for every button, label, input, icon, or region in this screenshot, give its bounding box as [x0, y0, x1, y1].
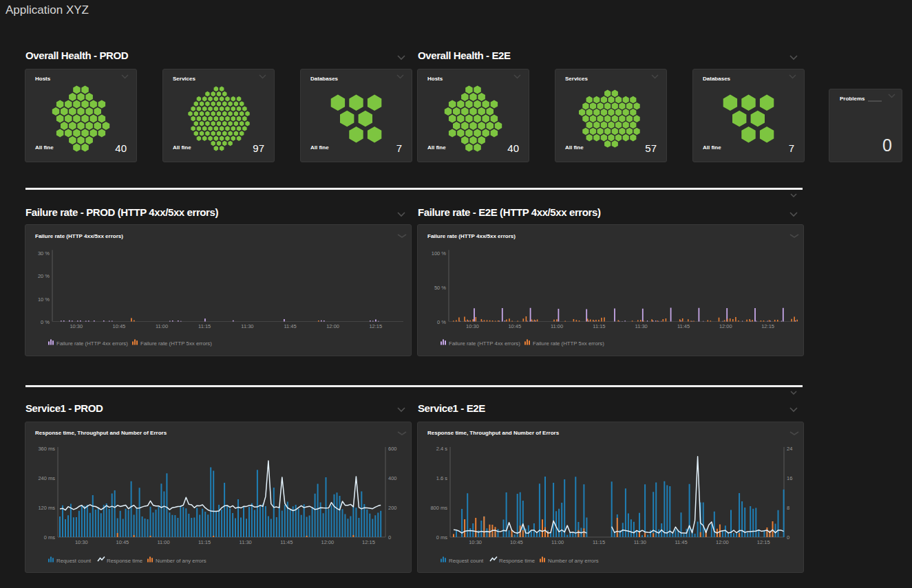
svg-text:12:00: 12:00: [326, 323, 339, 329]
svg-text:11:15: 11:15: [593, 323, 605, 329]
svg-text:Failure rate (HTTP 4xx/5xx err: Failure rate (HTTP 4xx/5xx errors): [427, 233, 516, 239]
svg-text:10:45: 10:45: [113, 323, 126, 329]
svg-text:11:15: 11:15: [593, 539, 605, 545]
svg-text:11:00: 11:00: [157, 539, 169, 545]
svg-text:Response time: Response time: [107, 558, 142, 564]
svg-text:30 %: 30 %: [38, 250, 50, 257]
svg-text:11:45: 11:45: [284, 323, 296, 329]
svg-text:Response time, Throughput and: Response time, Throughput and Number of …: [35, 430, 167, 436]
svg-text:Failure rate (HTTP 4xx errors): Failure rate (HTTP 4xx errors): [449, 340, 520, 347]
svg-text:10:30: 10:30: [75, 539, 88, 545]
svg-text:400: 400: [388, 475, 397, 481]
svg-text:12:15: 12:15: [369, 323, 382, 329]
svg-text:11:30: 11:30: [241, 323, 253, 329]
svg-text:16: 16: [787, 475, 792, 481]
svg-text:11:15: 11:15: [198, 323, 211, 329]
svg-text:600: 600: [388, 446, 397, 452]
svg-text:20 %: 20 %: [38, 273, 50, 279]
svg-text:Request count: Request count: [56, 558, 92, 564]
svg-text:10:30: 10:30: [469, 539, 482, 545]
svg-text:0 %: 0 %: [437, 319, 446, 325]
svg-text:10:45: 10:45: [508, 323, 521, 329]
svg-text:Failure rate (HTTP 4xx errors): Failure rate (HTTP 4xx errors): [56, 340, 128, 347]
svg-text:12:00: 12:00: [716, 539, 729, 545]
svg-text:0: 0: [787, 534, 789, 541]
svg-text:100 %: 100 %: [432, 250, 447, 257]
svg-text:2.4 s: 2.4 s: [436, 446, 448, 452]
svg-text:24: 24: [787, 446, 792, 452]
svg-text:11:00: 11:00: [156, 323, 168, 329]
svg-text:8: 8: [787, 505, 789, 511]
svg-text:11:45: 11:45: [675, 539, 687, 545]
svg-text:Response time, Throughput and: Response time, Throughput and Number of …: [427, 430, 560, 436]
svg-text:10:45: 10:45: [510, 539, 523, 545]
svg-text:Number of any errors: Number of any errors: [548, 558, 599, 564]
svg-text:Response time: Response time: [499, 558, 535, 564]
svg-text:12:15: 12:15: [757, 539, 770, 545]
svg-text:800 ms: 800 ms: [430, 505, 447, 511]
svg-text:10 %: 10 %: [38, 296, 50, 303]
svg-text:11:30: 11:30: [240, 539, 252, 545]
svg-text:11:00: 11:00: [551, 539, 564, 545]
svg-text:10:30: 10:30: [466, 323, 479, 329]
svg-text:Failure rate (HTTP 4xx/5xx err: Failure rate (HTTP 4xx/5xx errors): [35, 233, 123, 239]
svg-text:0: 0: [388, 534, 391, 541]
svg-text:0 ms: 0 ms: [436, 534, 448, 541]
svg-text:240 ms: 240 ms: [38, 475, 55, 481]
svg-text:0 ms: 0 ms: [44, 534, 56, 541]
svg-text:11:30: 11:30: [635, 323, 648, 329]
svg-text:10:30: 10:30: [70, 323, 83, 329]
svg-text:11:00: 11:00: [551, 323, 563, 329]
svg-text:11:30: 11:30: [634, 539, 646, 545]
svg-text:12:15: 12:15: [362, 539, 375, 545]
svg-text:12:00: 12:00: [719, 323, 732, 329]
svg-text:10:45: 10:45: [116, 539, 129, 545]
svg-text:12:15: 12:15: [761, 323, 774, 329]
svg-text:360 ms: 360 ms: [38, 446, 55, 452]
svg-text:12:00: 12:00: [321, 539, 335, 545]
svg-text:Failure rate (HTTP 5xx errors): Failure rate (HTTP 5xx errors): [533, 340, 604, 347]
svg-text:11:45: 11:45: [677, 323, 690, 329]
svg-text:50 %: 50 %: [434, 285, 446, 291]
svg-text:11:45: 11:45: [280, 539, 293, 545]
svg-text:200: 200: [388, 505, 397, 511]
svg-text:Number of any errors: Number of any errors: [156, 558, 206, 564]
svg-text:11:15: 11:15: [198, 539, 211, 545]
svg-text:120 ms: 120 ms: [38, 505, 55, 511]
svg-text:1.6 s: 1.6 s: [436, 475, 448, 481]
svg-text:Failure rate (HTTP 5xx errors): Failure rate (HTTP 5xx errors): [140, 340, 212, 347]
svg-text:0 %: 0 %: [41, 319, 50, 325]
svg-text:Request count: Request count: [449, 558, 484, 564]
